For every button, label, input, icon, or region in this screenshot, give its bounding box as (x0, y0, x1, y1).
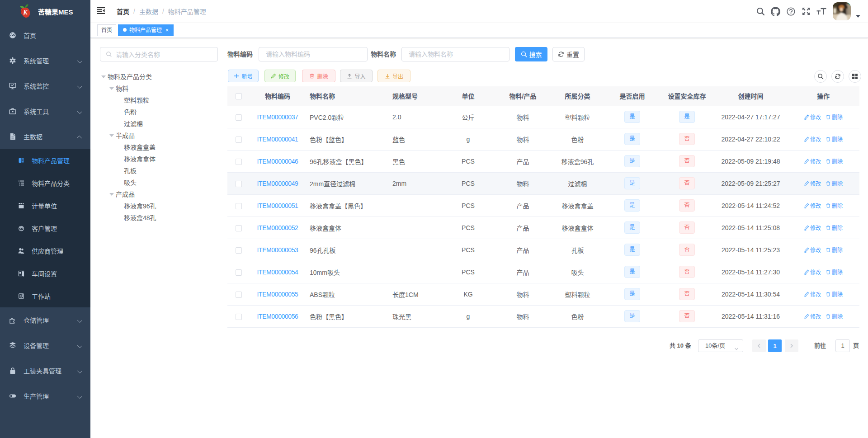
svg-text:K: K (23, 9, 28, 16)
